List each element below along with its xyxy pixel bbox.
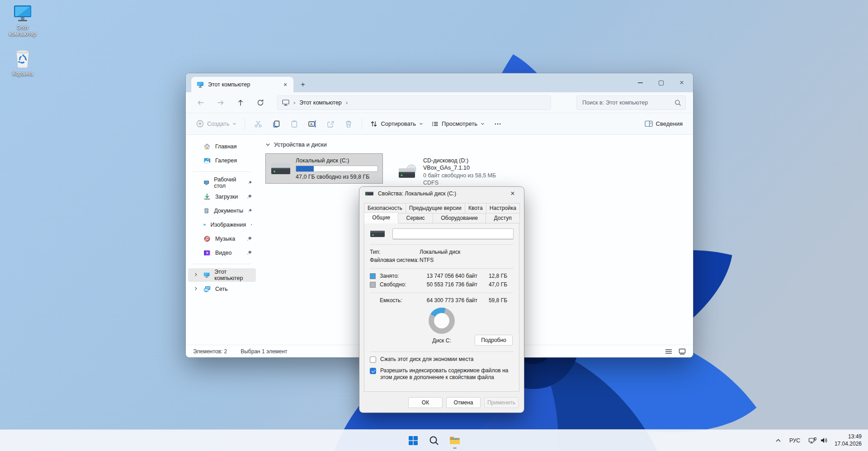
apply-button[interactable]: Применить	[484, 397, 519, 408]
details-button[interactable]: Подробно	[475, 335, 513, 346]
list-view-icon[interactable]	[665, 348, 672, 355]
sidebar-item-network[interactable]: Сеть	[188, 282, 256, 296]
sort-button[interactable]: Сортировать	[366, 116, 427, 132]
sidebar-item-music[interactable]: Музыка	[188, 232, 256, 246]
paste-icon	[290, 120, 298, 128]
sidebar-item-downloads[interactable]: Загрузки	[188, 190, 256, 204]
window-controls: ×	[630, 73, 692, 92]
address-bar[interactable]: › Этот компьютер ›	[277, 95, 551, 110]
forward-button[interactable]	[213, 95, 228, 110]
running-indicator	[453, 447, 457, 449]
more-options-icon	[494, 120, 501, 128]
search-input[interactable]	[577, 96, 685, 109]
volume-label-input[interactable]	[392, 228, 514, 239]
system-tray[interactable]	[805, 432, 831, 449]
index-checkbox[interactable]: Разрешить индексировать содержимое файло…	[370, 367, 514, 381]
start-button[interactable]	[404, 432, 422, 450]
sidebar-item-home[interactable]: Главная	[188, 140, 256, 153]
drive-free-space: 47,0 ГБ свободно из 59,8 ГБ	[296, 174, 378, 180]
ok-button[interactable]: ОК	[408, 397, 443, 408]
cut-button[interactable]	[249, 116, 267, 132]
more-options-button[interactable]	[489, 116, 507, 132]
hard-drive-icon	[365, 191, 374, 196]
tab-customize[interactable]: Настройка	[486, 203, 520, 213]
desktop-icon	[203, 179, 209, 186]
used-label: Занято:	[380, 273, 419, 279]
details-pane-button[interactable]: Сведения	[641, 116, 687, 132]
sidebar-item-gallery[interactable]: Галерея	[188, 154, 256, 167]
tab-hardware[interactable]: Оборудование	[433, 213, 486, 223]
desktop-icon-this-pc[interactable]: Этот компьютер	[3, 5, 42, 38]
sidebar-item-this-pc[interactable]: Этот компьютер	[188, 268, 256, 282]
dialog-close-button[interactable]: ×	[507, 188, 519, 199]
minimize-button[interactable]	[630, 73, 651, 92]
sidebar-item-desktop[interactable]: Рабочий стол	[188, 176, 256, 190]
sidebar-item-label: Музыка	[215, 236, 235, 242]
hard-drive-icon	[270, 161, 291, 176]
chevron-down-icon	[481, 122, 485, 126]
large-icons-view-icon[interactable]	[679, 348, 686, 355]
tab-sharing[interactable]: Доступ	[486, 213, 520, 223]
drive-free-space: 0 байт свободно из 58,5 МБ	[423, 172, 505, 180]
hidden-icons-button[interactable]	[772, 432, 784, 449]
sidebar-item-pictures[interactable]: Изображения	[188, 218, 256, 232]
close-button[interactable]: ×	[671, 73, 692, 92]
compress-checkbox[interactable]: Сжать этот диск для экономии места	[370, 356, 514, 363]
refresh-button[interactable]	[253, 95, 268, 110]
group-header-devices[interactable]: Устройства и диски	[265, 141, 693, 148]
sidebar-item-label: Рабочий стол	[214, 176, 243, 189]
paste-button[interactable]	[285, 116, 303, 132]
tab-security[interactable]: Безопасность	[364, 203, 406, 213]
chevron-down-icon	[265, 142, 270, 147]
taskbar-clock[interactable]: 13:49 17.04.2026	[833, 433, 865, 447]
video-icon	[203, 249, 211, 256]
sidebar-item-label: Галерея	[215, 157, 237, 164]
search-box[interactable]	[576, 95, 686, 110]
cancel-button[interactable]: Отмена	[446, 397, 481, 408]
drive-item-d[interactable]: CD-дисковод (D:) VBox_GAs_7.1.10 0 байт …	[393, 153, 510, 190]
up-button[interactable]	[233, 95, 248, 110]
speaker-icon	[820, 437, 828, 444]
pin-icon	[247, 236, 252, 242]
recycle-bin-icon	[14, 48, 32, 69]
dialog-checkbox-box[interactable]	[370, 368, 376, 374]
desktop-icon-recycle-bin[interactable]: Корзина	[3, 48, 42, 77]
gallery-icon	[203, 157, 211, 164]
dialog-tabs: Безопасность Предыдущие версии Квота Нас…	[359, 200, 524, 223]
tab-quota[interactable]: Квота	[465, 203, 486, 213]
status-selection: Выбран 1 элемент	[241, 348, 287, 355]
back-button[interactable]	[193, 95, 208, 110]
dialog-checkbox-box[interactable]	[370, 356, 376, 363]
language-indicator[interactable]: РУС	[786, 432, 803, 449]
tab-general[interactable]: Общие	[364, 212, 398, 223]
maximize-button[interactable]	[651, 73, 671, 92]
chevron-right-icon: ›	[346, 99, 348, 106]
checkbox-label: Разрешить индексировать содержимое файло…	[380, 367, 514, 381]
copy-button[interactable]	[267, 116, 285, 132]
new-button[interactable]: Создать	[192, 116, 241, 132]
tab-tools[interactable]: Сервис	[398, 213, 433, 223]
sidebar-item-documents[interactable]: Документы	[188, 204, 256, 218]
rename-button[interactable]: A	[303, 116, 321, 132]
filesystem-label: Файловая система:	[370, 257, 420, 263]
trash-icon	[344, 120, 353, 128]
drive-item-c[interactable]: Локальный диск (C:) 47,0 ГБ свободно из …	[265, 153, 383, 184]
sidebar-item-label: Видео	[215, 250, 232, 256]
separator	[370, 268, 514, 269]
pin-icon	[248, 208, 252, 214]
breadcrumb[interactable]: Этот компьютер	[299, 100, 341, 106]
explorer-tab[interactable]: Этот компьютер ×	[191, 77, 293, 92]
tab-previous-versions[interactable]: Предыдущие версии	[406, 203, 465, 213]
tab-close-button[interactable]: ×	[280, 79, 291, 90]
home-icon	[203, 143, 211, 150]
share-button[interactable]	[321, 116, 340, 132]
view-button[interactable]: Просмотреть	[427, 116, 489, 132]
used-size: 12,8 ГБ	[477, 273, 507, 279]
this-pc-icon	[12, 5, 33, 23]
sidebar-item-videos[interactable]: Видео	[188, 246, 256, 260]
taskbar-search-button[interactable]	[425, 432, 443, 450]
forward-icon	[217, 99, 224, 106]
new-tab-button[interactable]: +	[296, 78, 310, 91]
delete-button[interactable]	[340, 116, 358, 132]
taskbar-explorer-button[interactable]	[446, 432, 464, 450]
